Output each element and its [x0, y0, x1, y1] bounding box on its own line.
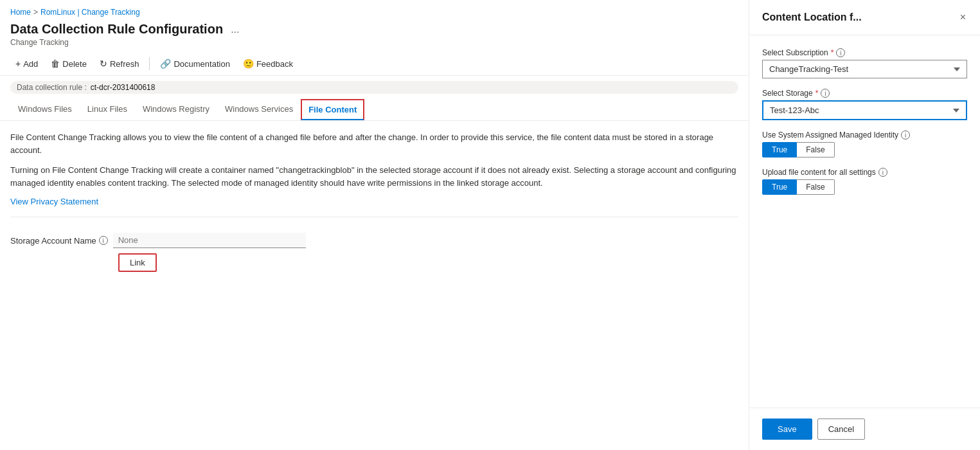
storage-select-info-icon[interactable]: i — [821, 89, 830, 98]
delete-icon: 🗑 — [51, 59, 60, 69]
link-button[interactable]: Link — [118, 253, 157, 272]
page-title: Data Collection Rule Configuration — [10, 22, 223, 37]
add-button[interactable]: + Add — [10, 56, 43, 71]
subscription-info-icon[interactable]: i — [836, 48, 845, 57]
add-icon: + — [15, 59, 21, 69]
upload-false-button[interactable]: False — [797, 179, 834, 195]
storage-info-icon[interactable]: i — [99, 236, 108, 245]
dcr-badge: Data collection rule : ct-dcr-2031400618 — [10, 81, 738, 94]
refresh-icon: ↻ — [100, 59, 107, 69]
storage-row: Storage Account Name i — [10, 233, 738, 248]
subscription-required: * — [831, 48, 834, 57]
storage-select-label: Select Storage * i — [762, 89, 967, 98]
description-text-1: File Content Change Tracking allows you … — [10, 131, 738, 156]
subscription-select[interactable]: ChangeTracking-Test — [762, 60, 967, 78]
managed-identity-info-icon[interactable]: i — [901, 130, 910, 140]
delete-label: Delete — [62, 59, 87, 69]
panel-footer: Save Cancel — [749, 408, 980, 450]
managed-identity-false-button[interactable]: False — [797, 142, 834, 158]
storage-account-input[interactable] — [113, 233, 306, 248]
tab-windows-registry[interactable]: Windows Registry — [135, 99, 217, 120]
tab-bar: Windows Files Linux Files Windows Regist… — [0, 99, 749, 121]
breadcrumb-home[interactable]: Home — [10, 8, 31, 17]
managed-identity-true-button[interactable]: True — [762, 142, 797, 158]
subscription-label: Select Subscription * i — [762, 48, 967, 57]
managed-identity-toggle: True False — [762, 142, 967, 158]
upload-label: Upload file content for all settings i — [762, 168, 967, 177]
refresh-label: Refresh — [110, 59, 139, 69]
feedback-button[interactable]: 🙂 Feedback — [238, 56, 298, 71]
feedback-label: Feedback — [256, 59, 293, 69]
managed-identity-group: Use System Assigned Managed Identity i T… — [762, 130, 967, 158]
feedback-icon: 🙂 — [243, 59, 254, 69]
dcr-badge-value: ct-dcr-2031400618 — [91, 83, 156, 92]
upload-true-button[interactable]: True — [762, 179, 797, 195]
add-label: Add — [23, 59, 38, 69]
delete-button[interactable]: 🗑 Delete — [46, 56, 92, 71]
ellipsis-button[interactable]: ... — [228, 22, 242, 37]
privacy-link[interactable]: View Privacy Statement — [10, 197, 98, 206]
storage-account-label: Storage Account Name i — [10, 236, 108, 246]
cancel-button[interactable]: Cancel — [817, 419, 865, 440]
tab-linux-files[interactable]: Linux Files — [80, 99, 135, 120]
panel-body: Select Subscription * i ChangeTracking-T… — [749, 35, 980, 408]
storage-required: * — [815, 89, 819, 98]
breadcrumb-romlinux[interactable]: RomLinux | Change Tracking — [40, 8, 140, 17]
upload-group: Upload file content for all settings i T… — [762, 168, 967, 195]
subscription-group: Select Subscription * i ChangeTracking-T… — [762, 48, 967, 78]
page-subtitle: Change Tracking — [0, 38, 749, 52]
page-header: Data Collection Rule Configuration ... — [0, 19, 749, 38]
main-content: File Content Change Tracking allows you … — [0, 121, 749, 450]
documentation-label: Documentation — [174, 59, 229, 69]
storage-section: Storage Account Name i Link — [10, 233, 738, 272]
right-panel: Content Location f... × Select Subscript… — [749, 0, 980, 450]
description-text-2: Turning on File Content Change Tracking … — [10, 164, 738, 189]
toolbar-divider — [149, 57, 150, 70]
documentation-icon: 🔗 — [160, 59, 171, 69]
toolbar: + Add 🗑 Delete ↻ Refresh 🔗 Documentation… — [0, 52, 749, 76]
link-button-container: Link — [118, 253, 738, 272]
dcr-badge-label: Data collection rule : — [17, 83, 87, 92]
refresh-button[interactable]: ↻ Refresh — [94, 56, 145, 71]
separator — [10, 217, 738, 217]
upload-info-icon[interactable]: i — [878, 168, 887, 177]
panel-title: Content Location f... — [762, 12, 862, 23]
managed-identity-label: Use System Assigned Managed Identity i — [762, 130, 967, 140]
tab-file-content[interactable]: File Content — [301, 99, 364, 120]
documentation-button[interactable]: 🔗 Documentation — [155, 56, 235, 71]
tab-windows-files[interactable]: Windows Files — [10, 99, 80, 120]
storage-select-group: Select Storage * i Test-123-Abc — [762, 89, 967, 120]
upload-toggle: True False — [762, 179, 967, 195]
save-button[interactable]: Save — [762, 419, 812, 440]
panel-close-button[interactable]: × — [959, 10, 967, 24]
tab-windows-services[interactable]: Windows Services — [217, 99, 301, 120]
storage-select[interactable]: Test-123-Abc — [762, 100, 967, 120]
breadcrumb: Home > RomLinux | Change Tracking — [0, 0, 749, 19]
panel-header: Content Location f... × — [749, 0, 980, 35]
